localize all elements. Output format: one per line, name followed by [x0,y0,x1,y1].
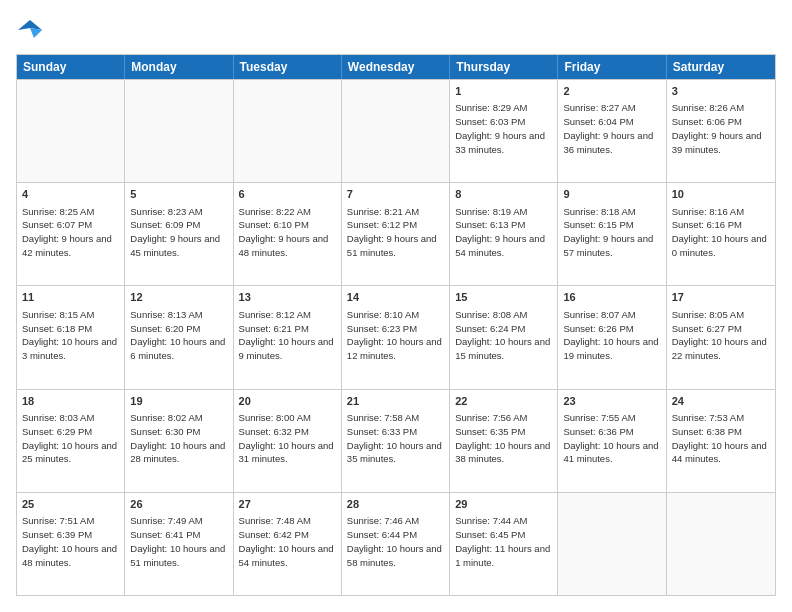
day-info: Sunrise: 7:56 AM Sunset: 6:35 PM Dayligh… [455,411,552,466]
day-cell-7: 7Sunrise: 8:21 AM Sunset: 6:12 PM Daylig… [342,183,450,285]
day-cell-9: 9Sunrise: 8:18 AM Sunset: 6:15 PM Daylig… [558,183,666,285]
day-info: Sunrise: 7:46 AM Sunset: 6:44 PM Dayligh… [347,514,444,569]
day-cell-20: 20Sunrise: 8:00 AM Sunset: 6:32 PM Dayli… [234,390,342,492]
day-info: Sunrise: 7:53 AM Sunset: 6:38 PM Dayligh… [672,411,770,466]
empty-cell [342,80,450,182]
day-info: Sunrise: 8:19 AM Sunset: 6:13 PM Dayligh… [455,205,552,260]
day-number: 24 [672,394,770,409]
header-day-friday: Friday [558,55,666,79]
day-info: Sunrise: 8:21 AM Sunset: 6:12 PM Dayligh… [347,205,444,260]
day-info: Sunrise: 8:02 AM Sunset: 6:30 PM Dayligh… [130,411,227,466]
header-day-thursday: Thursday [450,55,558,79]
day-number: 4 [22,187,119,202]
day-number: 5 [130,187,227,202]
day-info: Sunrise: 8:10 AM Sunset: 6:23 PM Dayligh… [347,308,444,363]
calendar-row-3: 11Sunrise: 8:15 AM Sunset: 6:18 PM Dayli… [17,285,775,388]
header-day-monday: Monday [125,55,233,79]
day-cell-2: 2Sunrise: 8:27 AM Sunset: 6:04 PM Daylig… [558,80,666,182]
day-cell-15: 15Sunrise: 8:08 AM Sunset: 6:24 PM Dayli… [450,286,558,388]
day-info: Sunrise: 8:18 AM Sunset: 6:15 PM Dayligh… [563,205,660,260]
day-info: Sunrise: 8:27 AM Sunset: 6:04 PM Dayligh… [563,101,660,156]
day-cell-16: 16Sunrise: 8:07 AM Sunset: 6:26 PM Dayli… [558,286,666,388]
header-day-tuesday: Tuesday [234,55,342,79]
empty-cell [558,493,666,595]
day-info: Sunrise: 8:25 AM Sunset: 6:07 PM Dayligh… [22,205,119,260]
day-cell-10: 10Sunrise: 8:16 AM Sunset: 6:16 PM Dayli… [667,183,775,285]
day-number: 2 [563,84,660,99]
day-info: Sunrise: 7:51 AM Sunset: 6:39 PM Dayligh… [22,514,119,569]
day-cell-29: 29Sunrise: 7:44 AM Sunset: 6:45 PM Dayli… [450,493,558,595]
day-cell-5: 5Sunrise: 8:23 AM Sunset: 6:09 PM Daylig… [125,183,233,285]
day-cell-6: 6Sunrise: 8:22 AM Sunset: 6:10 PM Daylig… [234,183,342,285]
day-number: 10 [672,187,770,202]
day-number: 22 [455,394,552,409]
day-cell-3: 3Sunrise: 8:26 AM Sunset: 6:06 PM Daylig… [667,80,775,182]
day-info: Sunrise: 8:26 AM Sunset: 6:06 PM Dayligh… [672,101,770,156]
page: SundayMondayTuesdayWednesdayThursdayFrid… [0,0,792,612]
day-cell-14: 14Sunrise: 8:10 AM Sunset: 6:23 PM Dayli… [342,286,450,388]
day-number: 14 [347,290,444,305]
day-number: 1 [455,84,552,99]
day-info: Sunrise: 7:44 AM Sunset: 6:45 PM Dayligh… [455,514,552,569]
logo-icon [16,16,44,44]
day-cell-27: 27Sunrise: 7:48 AM Sunset: 6:42 PM Dayli… [234,493,342,595]
day-cell-23: 23Sunrise: 7:55 AM Sunset: 6:36 PM Dayli… [558,390,666,492]
header-day-wednesday: Wednesday [342,55,450,79]
day-number: 6 [239,187,336,202]
day-info: Sunrise: 8:29 AM Sunset: 6:03 PM Dayligh… [455,101,552,156]
day-cell-22: 22Sunrise: 7:56 AM Sunset: 6:35 PM Dayli… [450,390,558,492]
day-cell-25: 25Sunrise: 7:51 AM Sunset: 6:39 PM Dayli… [17,493,125,595]
day-info: Sunrise: 8:16 AM Sunset: 6:16 PM Dayligh… [672,205,770,260]
day-number: 20 [239,394,336,409]
day-info: Sunrise: 8:05 AM Sunset: 6:27 PM Dayligh… [672,308,770,363]
day-cell-8: 8Sunrise: 8:19 AM Sunset: 6:13 PM Daylig… [450,183,558,285]
day-number: 23 [563,394,660,409]
day-number: 21 [347,394,444,409]
day-cell-21: 21Sunrise: 7:58 AM Sunset: 6:33 PM Dayli… [342,390,450,492]
day-number: 7 [347,187,444,202]
logo [16,16,48,44]
day-info: Sunrise: 7:48 AM Sunset: 6:42 PM Dayligh… [239,514,336,569]
day-cell-4: 4Sunrise: 8:25 AM Sunset: 6:07 PM Daylig… [17,183,125,285]
calendar-header: SundayMondayTuesdayWednesdayThursdayFrid… [17,55,775,79]
header [16,16,776,44]
header-day-saturday: Saturday [667,55,775,79]
day-number: 8 [455,187,552,202]
day-cell-17: 17Sunrise: 8:05 AM Sunset: 6:27 PM Dayli… [667,286,775,388]
day-number: 17 [672,290,770,305]
day-number: 26 [130,497,227,512]
calendar-row-5: 25Sunrise: 7:51 AM Sunset: 6:39 PM Dayli… [17,492,775,595]
day-cell-13: 13Sunrise: 8:12 AM Sunset: 6:21 PM Dayli… [234,286,342,388]
day-cell-18: 18Sunrise: 8:03 AM Sunset: 6:29 PM Dayli… [17,390,125,492]
calendar: SundayMondayTuesdayWednesdayThursdayFrid… [16,54,776,596]
day-info: Sunrise: 8:07 AM Sunset: 6:26 PM Dayligh… [563,308,660,363]
empty-cell [234,80,342,182]
day-number: 18 [22,394,119,409]
day-info: Sunrise: 8:22 AM Sunset: 6:10 PM Dayligh… [239,205,336,260]
day-info: Sunrise: 8:23 AM Sunset: 6:09 PM Dayligh… [130,205,227,260]
day-info: Sunrise: 8:15 AM Sunset: 6:18 PM Dayligh… [22,308,119,363]
day-number: 28 [347,497,444,512]
calendar-body: 1Sunrise: 8:29 AM Sunset: 6:03 PM Daylig… [17,79,775,595]
day-cell-26: 26Sunrise: 7:49 AM Sunset: 6:41 PM Dayli… [125,493,233,595]
day-number: 9 [563,187,660,202]
calendar-row-4: 18Sunrise: 8:03 AM Sunset: 6:29 PM Dayli… [17,389,775,492]
day-info: Sunrise: 8:00 AM Sunset: 6:32 PM Dayligh… [239,411,336,466]
day-number: 27 [239,497,336,512]
day-cell-12: 12Sunrise: 8:13 AM Sunset: 6:20 PM Dayli… [125,286,233,388]
empty-cell [667,493,775,595]
day-cell-1: 1Sunrise: 8:29 AM Sunset: 6:03 PM Daylig… [450,80,558,182]
day-info: Sunrise: 8:08 AM Sunset: 6:24 PM Dayligh… [455,308,552,363]
empty-cell [17,80,125,182]
day-number: 16 [563,290,660,305]
day-number: 13 [239,290,336,305]
day-info: Sunrise: 7:49 AM Sunset: 6:41 PM Dayligh… [130,514,227,569]
calendar-row-1: 1Sunrise: 8:29 AM Sunset: 6:03 PM Daylig… [17,79,775,182]
day-info: Sunrise: 8:13 AM Sunset: 6:20 PM Dayligh… [130,308,227,363]
calendar-row-2: 4Sunrise: 8:25 AM Sunset: 6:07 PM Daylig… [17,182,775,285]
day-cell-24: 24Sunrise: 7:53 AM Sunset: 6:38 PM Dayli… [667,390,775,492]
day-info: Sunrise: 7:58 AM Sunset: 6:33 PM Dayligh… [347,411,444,466]
day-info: Sunrise: 8:03 AM Sunset: 6:29 PM Dayligh… [22,411,119,466]
day-number: 15 [455,290,552,305]
svg-marker-0 [18,20,42,30]
